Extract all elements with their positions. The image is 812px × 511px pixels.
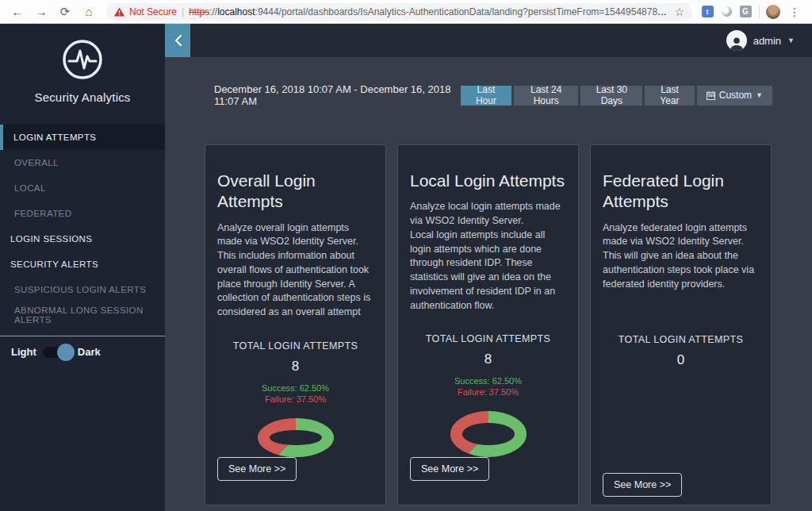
- button-label: Last Hour: [470, 84, 502, 106]
- theme-dark-label: Dark: [78, 346, 101, 358]
- url-path: :9444/portal/dashboards/IsAnalytics-Auth…: [255, 6, 670, 17]
- user-avatar-icon: [726, 30, 747, 51]
- button-label: Last Year: [654, 84, 684, 106]
- last-hour-button[interactable]: Last Hour: [461, 86, 511, 106]
- button-label: Last 24 Hours: [523, 84, 569, 106]
- overall-login-attempts-card: Overall Login Attempts Analyze overall l…: [205, 144, 386, 505]
- last-30-days-button[interactable]: Last 30 Days: [580, 86, 642, 106]
- url-scheme: https: [189, 6, 209, 17]
- see-more-button[interactable]: See More >>: [217, 457, 297, 481]
- success-failure-donut-chart: [258, 418, 334, 457]
- sidebar-item-label: LOCAL: [14, 183, 46, 193]
- date-range-text: December 16, 2018 10:07 AM - December 16…: [205, 83, 461, 107]
- extension-icon-g[interactable]: G: [738, 5, 753, 19]
- failure-rate-text: Failure: 37.50%: [410, 387, 566, 397]
- sidebar-item-login-attempts[interactable]: LOGIN ATTEMPTS: [0, 125, 165, 150]
- sidebar-item-label: SECURITY ALERTS: [10, 259, 98, 269]
- pulse-logo-icon: [61, 38, 104, 81]
- total-login-attempts-label: TOTAL LOGIN ATTEMPTS: [603, 334, 759, 345]
- sidebar-collapse-button[interactable]: [165, 24, 190, 57]
- sidebar-item-local[interactable]: LOCAL: [0, 175, 165, 201]
- custom-range-button[interactable]: Custom ▼: [697, 86, 772, 106]
- sidebar-item-security-alerts[interactable]: SECURITY ALERTS: [0, 252, 165, 277]
- app-title: Security Analytics: [0, 90, 165, 104]
- failure-rate-text: Failure: 37.50%: [217, 394, 373, 404]
- success-failure-donut-chart: [450, 411, 527, 457]
- browser-profile-avatar[interactable]: [766, 5, 780, 19]
- url-host: localhost: [217, 6, 255, 17]
- chevron-down-icon: ▼: [787, 36, 795, 44]
- total-login-attempts-value: 8: [410, 352, 566, 367]
- last-year-button[interactable]: Last Year: [645, 86, 694, 106]
- card-description: Analyze overall login attempts made via …: [217, 221, 373, 320]
- not-secure-label[interactable]: Not Secure: [129, 6, 177, 17]
- see-more-row: See More >>: [410, 457, 566, 481]
- total-login-attempts-value: 8: [217, 359, 373, 375]
- total-login-attempts-value: 0: [603, 352, 759, 368]
- reload-icon[interactable]: ⟳: [56, 3, 75, 21]
- see-more-row: See More >>: [603, 473, 759, 497]
- sidebar-item-login-sessions[interactable]: LOGIN SESSIONS: [0, 226, 165, 252]
- back-icon[interactable]: ←: [8, 3, 27, 21]
- see-more-row: See More >>: [217, 457, 373, 481]
- url-text[interactable]: https://localhost:9444/portal/dashboards…: [189, 6, 669, 17]
- url-separator: ://: [209, 6, 217, 17]
- time-filter-toolbar: December 16, 2018 10:07 AM - December 16…: [205, 83, 772, 107]
- bookmark-star-icon[interactable]: ☆: [674, 6, 684, 18]
- sidebar-item-label: ABNORMAL LONG SESSION ALERTS: [14, 305, 165, 325]
- chevron-down-icon: ▼: [756, 91, 763, 99]
- total-login-attempts-label: TOTAL LOGIN ATTEMPTS: [410, 333, 566, 344]
- last-24-hours-button[interactable]: Last 24 Hours: [514, 86, 578, 106]
- chevron-left-icon: [174, 34, 182, 47]
- card-title: Local Login Attempts: [410, 171, 566, 191]
- card-title: Overall Login Attempts: [217, 171, 373, 213]
- dashboard-content: December 16, 2018 10:07 AM - December 16…: [165, 57, 812, 511]
- federated-login-attempts-card: Federated Login Attempts Analyze federat…: [590, 144, 772, 505]
- card-title: Federated Login Attempts: [603, 171, 759, 213]
- extension-icon-blue[interactable]: t: [700, 5, 714, 19]
- sidebar-item-abnormal-long-session-alerts[interactable]: ABNORMAL LONG SESSION ALERTS: [0, 302, 165, 328]
- button-label: Last 30 Days: [590, 84, 633, 106]
- browser-menu-icon[interactable]: ⋮: [785, 3, 804, 21]
- time-filter-buttons: Last Hour Last 24 Hours Last 30 Days Las…: [461, 86, 772, 106]
- not-secure-warning-icon[interactable]: [114, 7, 124, 17]
- sidebar-item-label: SUSPICIOUS LOGIN ALERTS: [14, 285, 146, 294]
- sidebar-item-label: OVERALL: [14, 158, 59, 167]
- sidebar-nav: LOGIN ATTEMPTS OVERALL LOCAL FEDERATED L…: [0, 125, 165, 328]
- see-more-button[interactable]: See More >>: [410, 457, 489, 481]
- sidebar-item-suspicious-login-alerts[interactable]: SUSPICIOUS LOGIN ALERTS: [0, 277, 165, 302]
- toolbar-divider: [759, 6, 760, 18]
- card-stats: TOTAL LOGIN ATTEMPTS 8 Success: 62.50% F…: [410, 333, 566, 397]
- top-header-bar: admin ▼: [165, 24, 812, 57]
- extension-icon-circle[interactable]: [719, 5, 733, 19]
- sidebar-item-label: LOGIN ATTEMPTS: [13, 133, 96, 142]
- local-login-attempts-card: Local Login Attempts Analyze local login…: [397, 144, 579, 505]
- url-divider: |: [182, 6, 184, 17]
- app-logo-block: Security Analytics: [0, 24, 165, 115]
- sidebar: Security Analytics LOGIN ATTEMPTS OVERAL…: [0, 24, 165, 511]
- theme-toggle-knob[interactable]: [57, 344, 75, 361]
- sidebar-item-overall[interactable]: OVERALL: [0, 150, 165, 175]
- home-icon[interactable]: ⌂: [79, 3, 98, 21]
- card-description: Analyze local login attempts made via WS…: [410, 200, 566, 313]
- card-stats: TOTAL LOGIN ATTEMPTS 0: [603, 334, 759, 368]
- sidebar-item-label: FEDERATED: [14, 209, 71, 218]
- theme-toggle-switch[interactable]: [43, 347, 71, 358]
- sidebar-item-label: LOGIN SESSIONS: [10, 234, 92, 244]
- theme-toggle-row: Light Dark: [0, 336, 165, 358]
- calendar-icon: [707, 91, 715, 100]
- theme-light-label: Light: [11, 346, 36, 358]
- browser-toolbar: ← → ⟳ ⌂ Not Secure | https://localhost:9…: [0, 0, 812, 24]
- username: admin: [753, 35, 781, 47]
- user-menu[interactable]: admin ▼: [726, 30, 812, 51]
- see-more-button[interactable]: See More >>: [603, 473, 682, 497]
- total-login-attempts-label: TOTAL LOGIN ATTEMPTS: [217, 340, 373, 352]
- success-rate-text: Success: 62.50%: [410, 376, 566, 386]
- button-label: Custom: [719, 90, 752, 101]
- sidebar-item-federated[interactable]: FEDERATED: [0, 201, 165, 226]
- address-bar[interactable]: Not Secure | https://localhost:9444/port…: [106, 3, 692, 21]
- widget-cards-row: Overall Login Attempts Analyze overall l…: [205, 144, 772, 505]
- success-rate-text: Success: 62.50%: [217, 383, 373, 393]
- forward-icon[interactable]: →: [32, 3, 51, 21]
- card-stats: TOTAL LOGIN ATTEMPTS 8 Success: 62.50% F…: [217, 340, 373, 404]
